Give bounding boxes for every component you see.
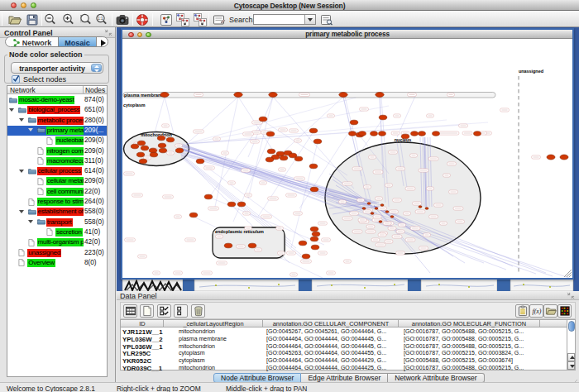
- svg-text:f(x): f(x): [532, 308, 541, 315]
- svg-text:plasma membrane: plasma membrane: [124, 93, 163, 98]
- svg-text:endoplasmic reticulum: endoplasmic reticulum: [215, 229, 264, 234]
- svg-text:cytoplasm: cytoplasm: [123, 103, 146, 108]
- svg-text:mitochondrion: mitochondrion: [141, 132, 172, 137]
- svg-text:1:1: 1:1: [98, 16, 103, 20]
- svg-text:unassigned: unassigned: [519, 69, 543, 74]
